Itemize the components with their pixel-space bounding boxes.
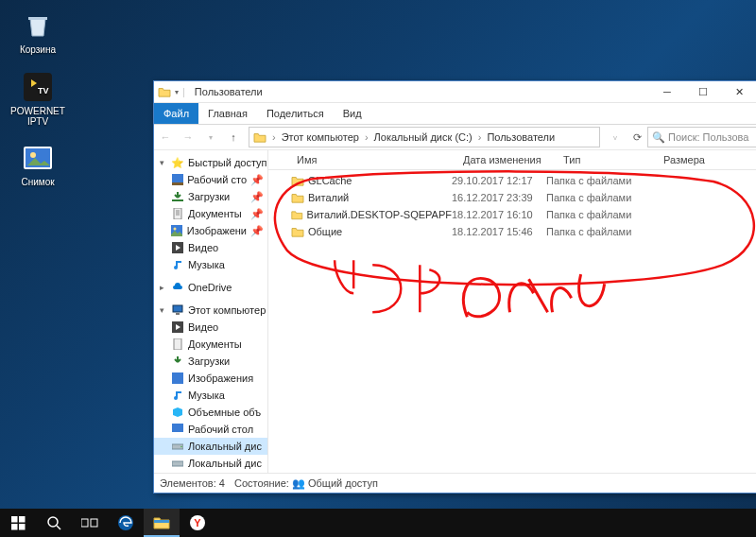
sidebar-item-pictures[interactable]: Изображени📌: [154, 222, 267, 239]
col-size[interactable]: Размера: [658, 154, 756, 165]
svg-text:TV: TV: [38, 86, 49, 95]
desktop-icon-powernet[interactable]: TV POWERNET IPTV: [9, 71, 66, 127]
sidebar-item-music[interactable]: Музыка: [154, 256, 267, 273]
recent-dropdown-icon[interactable]: ▾: [199, 126, 222, 148]
up-button[interactable]: ↑: [222, 126, 245, 148]
search-placeholder: Поиск: Пользова: [668, 131, 748, 143]
svg-rect-21: [11, 516, 18, 523]
svg-rect-12: [173, 305, 182, 312]
taskbar-edge[interactable]: [108, 509, 144, 537]
documents-icon: [171, 207, 184, 220]
chevron-down-icon[interactable]: ▾: [175, 88, 179, 96]
svg-rect-15: [174, 338, 181, 350]
file-list[interactable]: GLCache 29.10.2017 12:17 Папка с файлами…: [268, 170, 756, 473]
explorer-window: ▾ | Пользователи ─ ☐ ✕ Файл Главная Поде…: [153, 80, 756, 494]
sidebar-item-3d[interactable]: Объемные объ: [154, 404, 267, 421]
col-date[interactable]: Дата изменения: [457, 154, 558, 165]
list-item[interactable]: Общие 18.12.2017 15:46 Папка с файлами: [268, 223, 756, 240]
start-button[interactable]: [0, 509, 36, 537]
svg-rect-13: [176, 313, 180, 315]
status-count: Элементов: 4: [160, 477, 225, 489]
sidebar-item-downloads[interactable]: Загрузки📌: [154, 188, 267, 205]
svg-rect-5: [172, 174, 183, 182]
column-headers[interactable]: Имя Дата изменения Тип Размера: [268, 150, 756, 170]
breadcrumb[interactable]: › Этот компьютер › Локальный диск (C:) ›…: [249, 127, 600, 147]
sidebar-item-documents[interactable]: Документы: [154, 336, 267, 353]
svg-rect-27: [81, 519, 88, 527]
svg-rect-17: [172, 424, 183, 432]
tab-view[interactable]: Вид: [334, 103, 371, 124]
col-name[interactable]: Имя: [291, 154, 457, 165]
folder-icon: [291, 226, 304, 237]
back-button[interactable]: ←: [154, 126, 177, 148]
svg-point-25: [48, 517, 58, 527]
col-type[interactable]: Тип: [558, 154, 658, 165]
search-button[interactable]: [36, 509, 72, 537]
close-button[interactable]: ✕: [721, 81, 756, 102]
list-item[interactable]: GLCache 29.10.2017 12:17 Папка с файлами: [268, 172, 756, 189]
sidebar-item-downloads[interactable]: Загрузки: [154, 353, 267, 370]
search-input[interactable]: 🔍 Поиск: Пользова: [647, 127, 756, 147]
sidebar-this-pc[interactable]: ▾Этот компьютер: [154, 302, 267, 319]
taskbar[interactable]: Y: [0, 509, 756, 537]
recycle-bin-icon: [22, 9, 54, 42]
desktop-icon-label: Корзина: [9, 44, 66, 55]
maximize-button[interactable]: ☐: [685, 81, 721, 102]
sidebar-item-desktop[interactable]: Рабочий сто📌: [154, 171, 267, 188]
sidebar-item-documents[interactable]: Документы📌: [154, 205, 267, 222]
svg-line-26: [57, 526, 60, 529]
desktop[interactable]: Корзина TV POWERNET IPTV Снимок ▾ | Поль…: [0, 0, 756, 537]
sidebar-quick-access[interactable]: ▾⭐Быстрый доступ: [154, 154, 267, 171]
documents-icon: [171, 338, 184, 351]
desktop-icon-snapshot[interactable]: Снимок: [9, 142, 66, 187]
downloads-icon: [171, 190, 184, 203]
content-pane: Имя Дата изменения Тип Размера GLCache 2…: [268, 150, 756, 473]
address-bar: ← → ▾ ↑ › Этот компьютер › Локальный дис…: [154, 125, 756, 150]
ribbon-tabs: Файл Главная Поделиться Вид: [154, 103, 756, 125]
svg-point-4: [30, 152, 36, 158]
folder-icon: [253, 131, 266, 143]
music-icon: [171, 389, 184, 402]
svg-rect-20: [172, 461, 183, 466]
sidebar-item-videos[interactable]: Видео: [154, 239, 267, 256]
sidebar-item-music[interactable]: Музыка: [154, 387, 267, 404]
sidebar-item-desktop[interactable]: Рабочий стол: [154, 421, 267, 438]
list-item[interactable]: Виталий.DESKTOP-SQEPAPF 18.12.2017 16:10…: [268, 206, 756, 223]
tab-home[interactable]: Главная: [198, 103, 257, 124]
taskbar-yandex[interactable]: Y: [180, 509, 215, 537]
list-item[interactable]: Виталий 16.12.2017 23:39 Папка с файлами: [268, 189, 756, 206]
sidebar-onedrive[interactable]: ▸OneDrive: [154, 279, 267, 296]
tab-share[interactable]: Поделиться: [257, 103, 334, 124]
pin-icon: 📌: [250, 191, 264, 203]
star-icon: ⭐: [171, 156, 184, 169]
svg-rect-23: [11, 524, 18, 530]
svg-rect-8: [174, 208, 181, 219]
refresh-button[interactable]: ⟳: [627, 131, 647, 144]
sidebar-item-local-disk[interactable]: Локальный дис: [154, 438, 267, 455]
forward-button[interactable]: →: [177, 126, 199, 148]
pc-icon: [171, 303, 184, 317]
desktop-icon-recycle-bin[interactable]: Корзина: [9, 9, 66, 55]
drive-icon: [171, 440, 184, 453]
svg-rect-24: [19, 524, 26, 530]
taskbar-explorer[interactable]: [144, 509, 180, 537]
sidebar-item-videos[interactable]: Видео: [154, 319, 267, 336]
desktop-icon: [171, 173, 183, 186]
sidebar-item-local-disk[interactable]: Локальный дис: [154, 455, 267, 472]
minimize-button[interactable]: ─: [649, 81, 685, 102]
pin-icon: 📌: [250, 225, 264, 237]
task-view-button[interactable]: [72, 509, 108, 537]
crumb[interactable]: Этот компьютер: [282, 131, 359, 143]
crumb[interactable]: Локальный диск (C:): [374, 131, 472, 143]
address-dropdown-icon[interactable]: v: [604, 126, 627, 148]
sidebar: ▾⭐Быстрый доступ Рабочий сто📌 Загрузки📌 …: [154, 150, 268, 473]
tab-file[interactable]: Файл: [154, 103, 198, 124]
titlebar[interactable]: ▾ | Пользователи ─ ☐ ✕: [154, 81, 756, 103]
pictures-icon: [171, 372, 184, 385]
sidebar-item-pictures[interactable]: Изображения: [154, 370, 267, 387]
folder-icon: [291, 192, 304, 203]
crumb[interactable]: Пользователи: [487, 131, 555, 143]
drive-icon: [171, 457, 184, 470]
videos-icon: [171, 320, 184, 334]
status-shared: Состояние: 👥 Общий доступ: [234, 477, 378, 490]
